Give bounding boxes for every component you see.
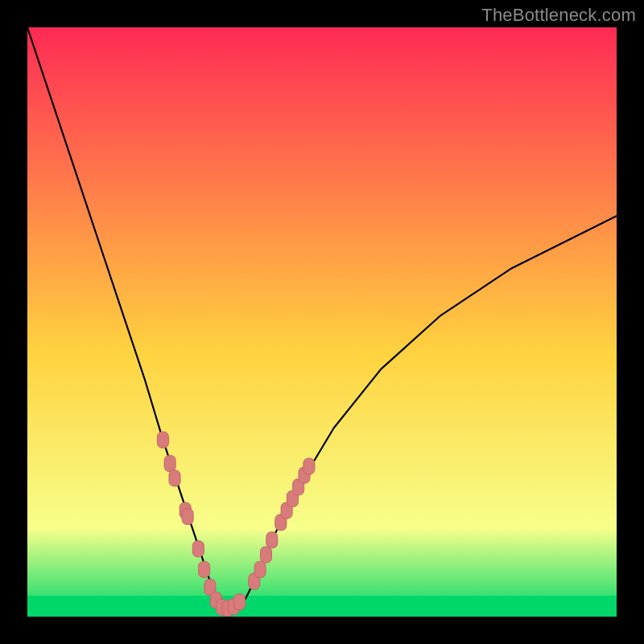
- data-marker: [266, 532, 278, 548]
- data-marker: [199, 561, 210, 577]
- plot-area: [27, 27, 617, 617]
- data-marker: [261, 547, 272, 563]
- data-marker: [254, 561, 266, 577]
- data-marker: [169, 470, 180, 486]
- bottleneck-curve: [27, 27, 617, 609]
- data-marker: [157, 431, 168, 448]
- chart-frame: TheBottleneck.com: [0, 0, 644, 644]
- data-marker: [234, 594, 246, 610]
- data-marker: [192, 541, 204, 557]
- data-marker: [303, 458, 315, 474]
- data-marker: [182, 509, 193, 525]
- watermark-text: TheBottleneck.com: [481, 5, 636, 26]
- chart-svg: [27, 27, 617, 617]
- data-marker: [164, 456, 175, 472]
